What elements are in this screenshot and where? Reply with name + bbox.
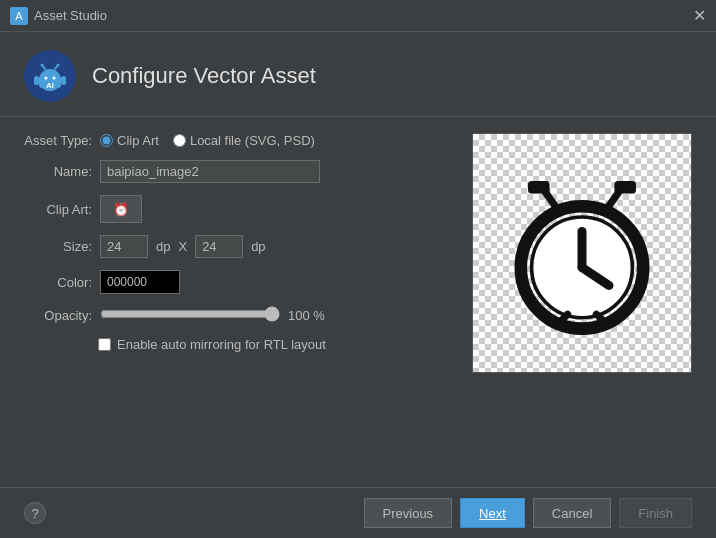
svg-rect-10 (34, 76, 39, 85)
app-title: Asset Studio (34, 8, 107, 23)
size-height-input[interactable] (195, 235, 243, 258)
android-icon: AI (32, 58, 68, 94)
app-icon: A (10, 7, 28, 25)
dialog-title: Configure Vector Asset (92, 63, 316, 89)
size-width-input[interactable] (100, 235, 148, 258)
svg-point-9 (53, 77, 56, 80)
preview-svg (492, 163, 672, 343)
main-content: AI Configure Vector Asset Asset Type: Cl… (0, 32, 716, 538)
asset-type-row: Asset Type: Clip Art Local file (SVG, PS… (24, 133, 456, 148)
radio-clipart[interactable]: Clip Art (100, 133, 159, 148)
footer-right: Previous Next Cancel Finish (364, 498, 692, 528)
size-controls: dp X dp (100, 235, 456, 258)
opacity-row: Opacity: 100 % (24, 306, 456, 325)
rtl-checkbox-label[interactable]: Enable auto mirroring for RTL layout (98, 337, 326, 352)
color-controls: 000000 (100, 270, 456, 294)
clip-art-button[interactable]: ⏰ (100, 195, 142, 223)
opacity-slider[interactable] (100, 306, 280, 322)
radio-localfile-input[interactable] (173, 134, 186, 147)
name-controls (100, 160, 456, 183)
radio-clipart-label: Clip Art (117, 133, 159, 148)
opacity-label: Opacity: (24, 308, 92, 323)
color-picker-button[interactable]: 000000 (100, 270, 180, 294)
clip-art-controls: ⏰ (100, 195, 456, 223)
svg-point-6 (41, 64, 44, 67)
radio-localfile[interactable]: Local file (SVG, PSD) (173, 133, 315, 148)
radio-clipart-input[interactable] (100, 134, 113, 147)
svg-text:A: A (15, 10, 23, 22)
rtl-checkbox[interactable] (98, 338, 111, 351)
rtl-controls: Enable auto mirroring for RTL layout (98, 337, 456, 352)
color-value: 000000 (107, 275, 147, 289)
svg-point-8 (45, 77, 48, 80)
finish-button[interactable]: Finish (619, 498, 692, 528)
svg-rect-11 (61, 76, 66, 85)
preview-section (472, 133, 692, 471)
title-bar: A Asset Studio ✕ (0, 0, 716, 32)
asset-type-label: Asset Type: (24, 133, 92, 148)
clip-art-row: Clip Art: ⏰ (24, 195, 456, 223)
rtl-row: Enable auto mirroring for RTL layout (24, 337, 456, 352)
radio-localfile-label: Local file (SVG, PSD) (190, 133, 315, 148)
name-label: Name: (24, 164, 92, 179)
opacity-slider-container (100, 306, 280, 325)
size-separator: X (178, 239, 187, 254)
dialog-header: AI Configure Vector Asset (0, 32, 716, 117)
next-button[interactable]: Next (460, 498, 525, 528)
dialog-footer: ? Previous Next Cancel Finish (0, 487, 716, 538)
color-label: Color: (24, 275, 92, 290)
asset-type-controls: Clip Art Local file (SVG, PSD) (100, 133, 456, 148)
dialog-body: Asset Type: Clip Art Local file (SVG, PS… (0, 117, 716, 487)
clip-art-label: Clip Art: (24, 202, 92, 217)
size-height-unit: dp (251, 239, 265, 254)
close-button[interactable]: ✕ (693, 8, 706, 24)
clock-icon: ⏰ (113, 202, 129, 217)
rtl-label: Enable auto mirroring for RTL layout (117, 337, 326, 352)
name-input[interactable] (100, 160, 320, 183)
opacity-value: 100 % (288, 308, 325, 323)
title-bar-left: A Asset Studio (10, 7, 107, 25)
svg-text:AI: AI (46, 81, 54, 90)
color-row: Color: 000000 (24, 270, 456, 294)
size-width-unit: dp (156, 239, 170, 254)
preview-canvas (472, 133, 692, 373)
svg-point-7 (57, 64, 60, 67)
size-row: Size: dp X dp (24, 235, 456, 258)
header-icon: AI (24, 50, 76, 102)
footer-left: ? (24, 502, 46, 524)
size-label: Size: (24, 239, 92, 254)
opacity-controls: 100 % (100, 306, 456, 325)
name-row: Name: (24, 160, 456, 183)
cancel-button[interactable]: Cancel (533, 498, 611, 528)
help-button[interactable]: ? (24, 502, 46, 524)
previous-button[interactable]: Previous (364, 498, 453, 528)
form-section: Asset Type: Clip Art Local file (SVG, PS… (24, 133, 456, 471)
